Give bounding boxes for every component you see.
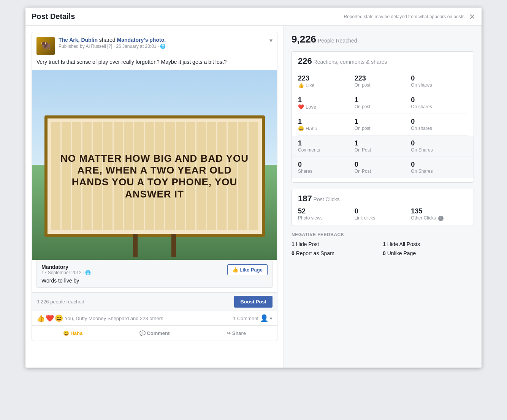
people-reached-label: People Reached (318, 38, 357, 44)
like-stat-row: 223 👍 Like 223 On post 0 On shares (298, 71, 467, 92)
comment-label: 💬 Comment (139, 330, 170, 336)
like-on-shares-num: 0 (411, 74, 467, 82)
haha-label: 😄 Haha (298, 126, 355, 131)
haha-on-shares-label: On shares (411, 126, 467, 131)
other-clicks-info-icon[interactable]: i (438, 216, 444, 221)
reactions-text: You, Duffy Mooney Sheppard and 223 other… (65, 316, 163, 321)
negative-feedback-grid: 1 Hide Post 1 Hide All Posts 0 Report as… (292, 241, 474, 256)
comments-label: Comments (298, 147, 355, 153)
link-clicks-cell: 0 Link clicks (355, 207, 411, 221)
love-on-shares-cell: 0 On shares (411, 96, 467, 110)
shared-post-header: Mandatory 17 September 2012 · 🌐 👍 Like P… (37, 260, 272, 278)
reaction-icons: 👍 ❤️ 😄 (36, 314, 63, 322)
negative-feedback-title: NEGATIVE FEEDBACK (292, 232, 474, 237)
post-clicks-num: 187 (298, 194, 312, 203)
billboard: NO MATTER HOW BIG AND BAD YOU ARE, WHEN … (44, 115, 265, 237)
comments-on-shares-num: 0 (411, 139, 467, 147)
other-clicks-label: Other Clicks i (411, 215, 467, 221)
reactions-total-num: 226 (298, 56, 312, 66)
post-footer: 9,226 people reached Boost Post (32, 292, 277, 311)
haha-on-post-label: On post (355, 126, 411, 131)
billboard-text: NO MATTER HOW BIG AND BAD YOU ARE, WHEN … (58, 153, 251, 200)
avatar: 🦬 (36, 37, 55, 55)
post-header: 🦬 The Ark, Dublin shared Mandatory's pho… (32, 32, 277, 58)
post-page-info: The Ark, Dublin shared Mandatory's photo… (59, 37, 166, 43)
shares-stat-row: 0 Shares 0 On Post 0 On Shares (292, 157, 474, 178)
post-clicks-label: Post Clicks (314, 196, 340, 202)
post-subtitle: Published by Al Russell [?] · 26 January… (59, 44, 166, 49)
haha-on-shares-cell: 0 On shares (411, 118, 467, 131)
comment-dropdown-icon[interactable]: ▾ (270, 316, 273, 321)
unlike-page-cell: 0 Unlike Page (383, 250, 474, 256)
shares-on-post-num: 0 (355, 161, 411, 169)
love-on-shares-num: 0 (411, 96, 467, 104)
love-total-num: 1 (298, 96, 355, 104)
post-card: 🦬 The Ark, Dublin shared Mandatory's pho… (32, 32, 277, 341)
people-reached-stat: 9,226 People Reached (292, 33, 474, 45)
share-label: ↪ Share (227, 330, 246, 336)
post-image: NO MATTER HOW BIG AND BAD YOU ARE, WHEN … (32, 70, 277, 260)
boost-post-button[interactable]: Boost Post (234, 296, 273, 308)
shares-on-post-cell: 0 On Post (355, 161, 411, 174)
like-label: 👍 Like (298, 82, 355, 88)
other-clicks-text: Other Clicks (411, 215, 436, 221)
love-text: Love (306, 104, 316, 110)
shared-post-box: Mandatory 17 September 2012 · 🌐 👍 Like P… (36, 260, 273, 288)
love-stat-row: 1 ❤️ Love 1 On post 0 On shares (298, 92, 467, 114)
like-page-button[interactable]: 👍 Like Page (227, 264, 268, 275)
shares-on-shares-label: On Shares (411, 169, 467, 174)
photo-link[interactable]: Mandatory's photo. (117, 37, 166, 43)
page-name[interactable]: The Ark, Dublin (59, 37, 98, 43)
shared-post-caption: Words to live by (37, 278, 272, 287)
close-icon[interactable]: ✕ (469, 13, 475, 21)
like-on-shares-cell: 0 On shares (411, 74, 467, 88)
reactions-total-label: Reactions, comments & shares (314, 59, 387, 65)
share-action-button[interactable]: ↪ Share (195, 327, 277, 339)
post-clicks-total: 187 Post Clicks (298, 194, 467, 204)
comments-total-cell: 1 Comments (298, 139, 355, 153)
post-details-modal: Post Details Reported stats may be delay… (25, 8, 482, 368)
comment-action-button[interactable]: 💬 Comment (114, 327, 195, 339)
comments-stat-row: 1 Comments 1 On Post 0 On Shares (292, 136, 474, 157)
avatar-image: 🦬 (36, 37, 55, 55)
post-dropdown-icon[interactable]: ▾ (269, 37, 273, 44)
shares-on-shares-num: 0 (411, 161, 467, 169)
haha-text: Haha (306, 126, 317, 131)
like-on-post-num: 223 (355, 74, 411, 82)
billboard-wrapper: NO MATTER HOW BIG AND BAD YOU ARE, WHEN … (44, 100, 265, 237)
modal-header-right: Reported stats may be delayed from what … (344, 13, 475, 21)
reactions-total: 226 Reactions, comments & shares (298, 56, 467, 66)
photo-views-cell: 52 Photo views (298, 207, 355, 221)
like-on-post-cell: 223 On post (355, 74, 411, 88)
shares-total-num: 0 (298, 161, 355, 169)
reached-text: 9,226 people reached (36, 299, 84, 305)
haha-on-shares-num: 0 (411, 118, 467, 126)
other-clicks-cell: 135 Other Clicks i (411, 207, 467, 221)
reactions-left: 👍 ❤️ 😄 You, Duffy Mooney Sheppard and 22… (36, 314, 163, 322)
like-total-num: 223 (298, 74, 355, 82)
other-clicks-num: 135 (411, 207, 467, 215)
shared-page-name[interactable]: Mandatory (41, 264, 91, 270)
comment-avatar: 👤 (260, 314, 268, 322)
like-emoji: 👍 (298, 82, 304, 88)
love-on-post-num: 1 (355, 96, 411, 104)
shares-on-post-label: On Post (355, 169, 411, 174)
comments-on-post-label: On Post (355, 147, 411, 153)
love-on-post-label: On post (355, 104, 411, 109)
link-clicks-num: 0 (355, 207, 411, 215)
comment-count-text[interactable]: 1 Comment (233, 316, 258, 321)
post-header-left: 🦬 The Ark, Dublin shared Mandatory's pho… (36, 37, 166, 55)
haha-label: 😄 Haha (63, 330, 82, 336)
clicks-grid: 52 Photo views 0 Link clicks 135 Other C… (298, 207, 467, 221)
modal-title: Post Details (32, 12, 75, 21)
shared-page-info: Mandatory 17 September 2012 · 🌐 (41, 264, 91, 275)
right-panel: 9,226 People Reached 226 Reactions, comm… (284, 26, 482, 368)
like-on-post-label: On post (355, 82, 411, 88)
photo-views-num: 52 (298, 207, 355, 215)
like-total-cell: 223 👍 Like (298, 74, 355, 88)
haha-action-button[interactable]: 😄 Haha (32, 327, 114, 339)
disclaimer-text: Reported stats may be delayed from what … (344, 14, 464, 19)
reactions-section: 226 Reactions, comments & shares 223 👍 L… (292, 51, 474, 183)
like-on-shares-label: On shares (411, 82, 467, 88)
like-icon: 👍 (36, 314, 45, 322)
